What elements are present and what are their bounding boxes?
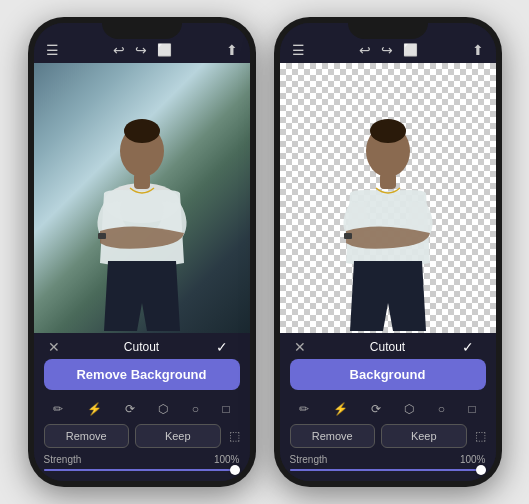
strength-label-right: Strength — [290, 454, 328, 465]
svg-rect-4 — [98, 233, 106, 239]
background-button-right[interactable]: Background — [290, 359, 486, 390]
shape-icon-left[interactable]: ⬡ — [156, 400, 170, 418]
circle-icon-right[interactable]: ○ — [436, 400, 447, 418]
remove-button-left[interactable]: Remove — [44, 424, 130, 448]
shape-icon-right[interactable]: ⬡ — [402, 400, 416, 418]
person-silhouette-right — [318, 103, 458, 333]
strength-row-right: Strength 100% — [290, 454, 486, 465]
person-silhouette-left — [72, 103, 212, 333]
svg-rect-7 — [380, 173, 396, 189]
save-icon-left[interactable]: ⬜ — [157, 44, 172, 56]
photo-area-right — [280, 63, 496, 333]
close-icon-right[interactable]: ✕ — [294, 339, 314, 355]
lasso-icon-right[interactable]: ⟳ — [369, 400, 383, 418]
close-icon-left[interactable]: ✕ — [48, 339, 68, 355]
topbar-left: ☰ ↩ ↪ ⬜ ⬆ — [34, 23, 250, 63]
svg-point-6 — [370, 119, 406, 143]
photo-original — [34, 63, 250, 333]
topbar-right: ☰ ↩ ↪ ⬜ ⬆ — [280, 23, 496, 63]
right-phone: ☰ ↩ ↪ ⬜ ⬆ — [274, 17, 502, 487]
strength-row-left: Strength 100% — [44, 454, 240, 465]
undo-icon-left[interactable]: ↩ — [113, 43, 125, 57]
brush-icon-right[interactable]: ✏ — [297, 400, 311, 418]
share-icon-right[interactable]: ⬆ — [472, 43, 484, 57]
tools-row-left: ✏ ⚡ ⟳ ⬡ ○ □ — [44, 398, 240, 424]
rect-icon-right[interactable]: □ — [466, 400, 477, 418]
circle-icon-left[interactable]: ○ — [190, 400, 201, 418]
photo-transparent — [280, 63, 496, 333]
strength-value-right: 100% — [460, 454, 486, 465]
keep-button-right[interactable]: Keep — [381, 424, 467, 448]
photo-area-left — [34, 63, 250, 333]
cutout-bar-left: ✕ Cutout ✓ — [44, 333, 240, 359]
save-icon-right[interactable]: ⬜ — [403, 44, 418, 56]
lasso-icon-left[interactable]: ⟳ — [123, 400, 137, 418]
magic-icon-left[interactable]: ⚡ — [85, 400, 104, 418]
remove-keep-row-right: Remove Keep ⬚ — [290, 424, 486, 448]
svg-rect-8 — [344, 233, 352, 239]
remove-button-right[interactable]: Remove — [290, 424, 376, 448]
remove-background-button-left[interactable]: Remove Background — [44, 359, 240, 390]
cutout-label-left: Cutout — [68, 340, 216, 354]
redo-icon-left[interactable]: ↪ — [135, 43, 147, 57]
bottom-panel-right: ✕ Cutout ✓ Background ✏ ⚡ ⟳ ⬡ ○ □ Remove… — [280, 333, 496, 481]
menu-icon-right[interactable]: ☰ — [292, 43, 305, 57]
mask-icon-left[interactable]: ⬚ — [229, 429, 240, 443]
mask-icon-right[interactable]: ⬚ — [475, 429, 486, 443]
strength-slider-left[interactable] — [44, 469, 240, 471]
strength-label-left: Strength — [44, 454, 82, 465]
keep-button-left[interactable]: Keep — [135, 424, 221, 448]
magic-icon-right[interactable]: ⚡ — [331, 400, 350, 418]
menu-icon-left[interactable]: ☰ — [46, 43, 59, 57]
undo-icon-right[interactable]: ↩ — [359, 43, 371, 57]
share-icon-left[interactable]: ⬆ — [226, 43, 238, 57]
redo-icon-right[interactable]: ↪ — [381, 43, 393, 57]
left-phone: ☰ ↩ ↪ ⬜ ⬆ — [28, 17, 256, 487]
bottom-panel-left: ✕ Cutout ✓ Remove Background ✏ ⚡ ⟳ ⬡ ○ □… — [34, 333, 250, 481]
cutout-bar-right: ✕ Cutout ✓ — [290, 333, 486, 359]
strength-value-left: 100% — [214, 454, 240, 465]
brush-icon-left[interactable]: ✏ — [51, 400, 65, 418]
remove-keep-row-left: Remove Keep ⬚ — [44, 424, 240, 448]
confirm-icon-right[interactable]: ✓ — [462, 339, 482, 355]
confirm-icon-left[interactable]: ✓ — [216, 339, 236, 355]
svg-point-2 — [124, 119, 160, 143]
strength-slider-right[interactable] — [290, 469, 486, 471]
cutout-label-right: Cutout — [314, 340, 462, 354]
tools-row-right: ✏ ⚡ ⟳ ⬡ ○ □ — [290, 398, 486, 424]
rect-icon-left[interactable]: □ — [220, 400, 231, 418]
svg-rect-3 — [134, 173, 150, 189]
